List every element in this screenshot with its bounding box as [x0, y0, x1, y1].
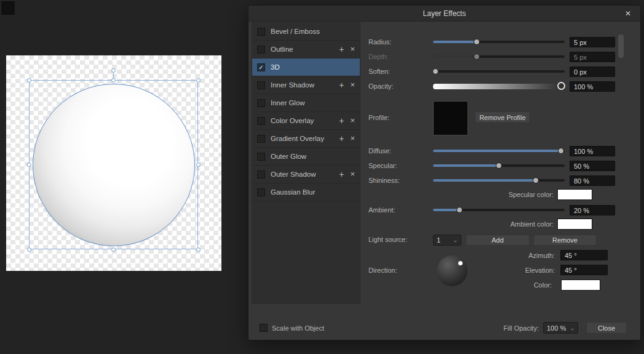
effect-row-color-overlay[interactable]: Color Overlay + ×: [252, 112, 360, 130]
selection-handle-bottom-right[interactable]: [196, 247, 201, 252]
effect-row-outer-glow[interactable]: Outer Glow: [252, 148, 360, 166]
effect-checkbox[interactable]: [257, 99, 265, 107]
remove-instance-icon[interactable]: ×: [350, 171, 355, 178]
slider-knob[interactable]: [558, 148, 564, 154]
diffuse-value-field[interactable]: 100 %: [570, 146, 615, 156]
selection-handle-bottom-mid[interactable]: [111, 247, 116, 252]
ambient-slider[interactable]: [433, 205, 565, 215]
slider-fill: [433, 209, 459, 211]
diffuse-label: Diffuse:: [368, 147, 391, 155]
effect-row-inner-shadow[interactable]: Inner Shadow + ×: [252, 76, 360, 94]
slider-knob[interactable]: [474, 39, 480, 45]
slider-knob[interactable]: [432, 68, 439, 74]
dialog-title: Layer Effects: [423, 9, 466, 18]
close-button[interactable]: Close: [586, 322, 627, 334]
remove-instance-icon[interactable]: ×: [350, 81, 355, 89]
radius-slider[interactable]: [433, 37, 565, 47]
effect-checkbox[interactable]: [257, 117, 265, 125]
dialog-titlebar[interactable]: Layer Effects: [248, 6, 640, 22]
radius-value-field[interactable]: 5 px: [570, 37, 615, 47]
opacity-slider[interactable]: [433, 81, 565, 91]
light-source-dropdown[interactable]: 1 ⌄: [433, 235, 461, 246]
effect-checkbox[interactable]: [257, 81, 265, 89]
profile-swatch[interactable]: [433, 101, 468, 135]
slider-track: [433, 84, 565, 89]
add-instance-icon[interactable]: +: [339, 46, 344, 53]
effect-label: Gaussian Blur: [271, 188, 355, 196]
ambient-color-swatch[interactable]: [557, 219, 592, 230]
selection-handle-mid-right[interactable]: [196, 163, 201, 167]
effect-label: Outline: [271, 46, 339, 53]
slider-track: [433, 70, 565, 73]
effect-row-outer-shadow[interactable]: Outer Shadow + ×: [252, 166, 360, 183]
soften-slider[interactable]: [433, 66, 565, 76]
soften-value-field[interactable]: 0 px: [570, 66, 615, 77]
selection-handle-top-right[interactable]: [196, 78, 201, 82]
opacity-value-field[interactable]: 100 %: [570, 81, 615, 92]
selection-handle-top-left[interactable]: [27, 78, 31, 82]
slider-fill: [433, 179, 536, 182]
light-direction-ball[interactable]: [437, 255, 467, 286]
slider-knob[interactable]: [533, 177, 539, 183]
close-icon[interactable]: ✕: [623, 9, 633, 18]
add-instance-icon[interactable]: +: [339, 117, 344, 124]
remove-instance-icon[interactable]: ×: [350, 46, 355, 53]
selection-handle-mid-left[interactable]: [27, 163, 31, 167]
light-direction-dot[interactable]: [458, 261, 463, 265]
shininess-value-field[interactable]: 80 %: [570, 175, 615, 186]
fill-opacity-dropdown[interactable]: 100 % ⌄: [543, 322, 578, 334]
effect-row-3d[interactable]: ✓ 3D: [252, 58, 360, 76]
light-color-label: Color:: [534, 281, 552, 289]
chevron-down-icon: ⌄: [570, 325, 574, 331]
effect-checkbox[interactable]: [257, 28, 265, 36]
chevron-down-icon: ⌄: [453, 237, 458, 243]
slider-knob[interactable]: [456, 207, 463, 213]
effect-row-gradient-overlay[interactable]: Gradient Overlay + ×: [252, 130, 360, 148]
effect-row-gaussian-blur[interactable]: Gaussian Blur: [252, 183, 360, 201]
effect-label: Inner Shadow: [271, 81, 339, 89]
effect-checkbox[interactable]: [257, 135, 265, 143]
effect-row-outline[interactable]: Outline + ×: [252, 41, 360, 58]
selection-bounding-box: [29, 80, 198, 249]
elevation-value-field[interactable]: 45 °: [560, 265, 608, 275]
elevation-label: Elevation:: [525, 267, 555, 274]
effect-label: Inner Glow: [271, 99, 355, 107]
specular-value-field[interactable]: 50 %: [570, 161, 615, 171]
effect-checkbox[interactable]: [257, 46, 265, 54]
ambient-value-field[interactable]: 20 %: [570, 205, 615, 215]
slider-knob[interactable]: [496, 163, 502, 169]
effect-label: Outer Shadow: [271, 171, 339, 178]
add-instance-icon[interactable]: +: [339, 81, 344, 89]
effect-checkbox[interactable]: ✓: [257, 63, 265, 71]
specular-slider[interactable]: [433, 161, 565, 171]
ambient-color-label: Ambient color:: [511, 220, 554, 228]
effect-checkbox[interactable]: [257, 188, 265, 196]
document-canvas[interactable]: [6, 55, 221, 271]
slider-fill: [433, 150, 561, 152]
light-color-swatch[interactable]: [561, 280, 600, 291]
scale-with-object-checkbox[interactable]: [260, 324, 268, 332]
azimuth-value-field[interactable]: 45 °: [560, 250, 608, 260]
add-instance-icon[interactable]: +: [339, 135, 344, 142]
fill-opacity-label: Fill Opacity:: [504, 324, 539, 332]
slider-knob: [474, 54, 480, 60]
effect-checkbox[interactable]: [257, 171, 265, 179]
rotation-handle[interactable]: [111, 68, 116, 73]
selection-handle-bottom-left[interactable]: [27, 247, 31, 252]
shininess-slider[interactable]: [433, 175, 565, 185]
remove-profile-button[interactable]: Remove Profile: [475, 111, 530, 123]
selection-handle-top-mid[interactable]: [111, 78, 116, 82]
scrollbar-thumb[interactable]: [618, 34, 624, 58]
effect-row-inner-glow[interactable]: Inner Glow: [252, 94, 360, 112]
remove-light-button[interactable]: Remove: [533, 235, 597, 246]
effect-checkbox[interactable]: [257, 153, 265, 161]
slider-knob[interactable]: [557, 82, 565, 90]
diffuse-slider[interactable]: [433, 146, 565, 156]
layer-effects-dialog: Layer Effects ✕ Bevel / Emboss Outline +…: [248, 5, 641, 340]
add-light-button[interactable]: Add: [466, 235, 530, 246]
effect-row-bevel-emboss[interactable]: Bevel / Emboss: [252, 23, 360, 41]
add-instance-icon[interactable]: +: [339, 171, 344, 178]
remove-instance-icon[interactable]: ×: [350, 117, 355, 124]
specular-color-swatch[interactable]: [557, 189, 592, 200]
remove-instance-icon[interactable]: ×: [350, 135, 355, 142]
